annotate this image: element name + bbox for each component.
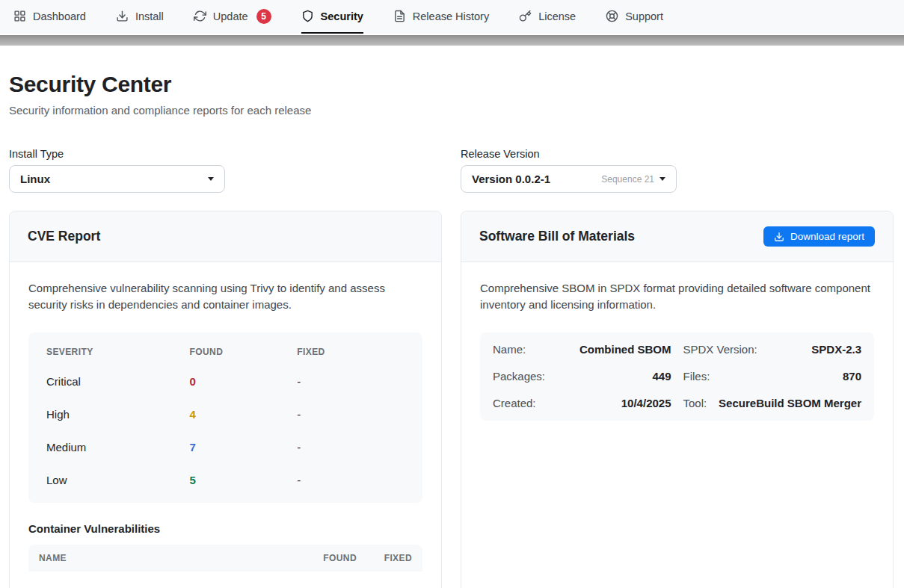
cve-description: Comprehensive vulnerability scanning usi…	[28, 280, 422, 313]
sbom-field-value: SecureBuild SBOM Merger	[719, 397, 861, 409]
cve-report-card: CVE Report Comprehensive vulnerability s…	[9, 211, 442, 588]
table-row: Medium 7 -	[28, 431, 422, 464]
col-severity: SEVERITY	[46, 347, 190, 357]
sbom-description: Comprehensive SBOM in SPDX format provid…	[480, 280, 874, 313]
fixed-count: -	[297, 375, 405, 388]
list-item: SPDX Version: SPDX-2.3	[683, 336, 862, 363]
sbom-field-value: 870	[843, 370, 861, 383]
sbom-field-label: SPDX Version:	[683, 343, 757, 356]
sbom-card: Software Bill of Materials Download repo…	[461, 211, 894, 588]
install-type-value: Linux	[20, 173, 50, 185]
release-version-select[interactable]: Version 0.0.2-1 Sequence 21	[461, 165, 677, 193]
found-count: 5	[190, 474, 298, 486]
download-report-button[interactable]: Download report	[763, 226, 875, 247]
sequence-hint: Sequence 21	[601, 174, 654, 185]
sbom-details-grid: Name: Combined SBOM SPDX Version: SPDX-2…	[480, 332, 874, 421]
cve-card-body: Comprehensive vulnerability scanning usi…	[10, 262, 441, 588]
nav-item-dashboard[interactable]: Dashboard	[13, 0, 86, 34]
sbom-field-label: Tool:	[683, 397, 707, 409]
severity-table: SEVERITY FOUND FIXED Critical 0 - High 4…	[28, 332, 422, 503]
sbom-field-label: Created:	[493, 397, 536, 409]
container-vulnerabilities-table-header: NAME FOUND FIXED	[28, 545, 422, 572]
found-count: 0	[190, 375, 298, 388]
col-fixed: FIXED	[357, 553, 412, 563]
sbom-field-label: Name:	[493, 343, 526, 356]
found-count: 7	[190, 441, 298, 454]
download-report-label: Download report	[790, 231, 864, 242]
nav-label-security: Security	[321, 10, 363, 22]
install-type-label: Install Type	[9, 148, 442, 160]
release-version-value: Version 0.0.2-1	[472, 173, 550, 185]
main-content: Security Center Security information and…	[0, 72, 904, 588]
page-subtitle: Security information and compliance repo…	[9, 104, 894, 117]
sbom-field-value: SPDX-2.3	[811, 343, 861, 356]
update-count-badge: 5	[256, 9, 271, 24]
key-icon	[519, 10, 532, 22]
refresh-icon	[194, 10, 206, 22]
table-row: Critical 0 -	[28, 365, 422, 398]
fixed-count: -	[297, 474, 405, 486]
sbom-field-label: Files:	[683, 370, 710, 383]
sbom-field-value: 449	[652, 370, 671, 383]
filters-row: Install Type Linux Release Version Versi…	[9, 148, 894, 193]
install-type-select[interactable]: Linux	[9, 165, 225, 193]
release-version-label: Release Version	[461, 148, 894, 160]
col-fixed: FIXED	[297, 347, 405, 357]
list-item: Packages: 449	[493, 363, 671, 390]
severity-table-header: SEVERITY FOUND FIXED	[28, 338, 422, 365]
col-found: FOUND	[288, 553, 357, 563]
list-item: Tool: SecureBuild SBOM Merger	[683, 390, 862, 417]
release-version-field: Release Version Version 0.0.2-1 Sequence…	[461, 148, 894, 193]
file-text-icon	[393, 10, 406, 22]
chevron-down-icon	[659, 177, 665, 181]
found-count: 4	[190, 408, 298, 421]
download-icon	[774, 232, 784, 242]
nav-item-security[interactable]: Security	[301, 0, 363, 34]
sbom-field-label: Packages:	[493, 370, 545, 383]
fixed-count: -	[297, 441, 405, 454]
cve-card-title: CVE Report	[28, 229, 100, 244]
cve-card-header: CVE Report	[10, 211, 441, 262]
severity-label: High	[46, 408, 190, 421]
container-vulnerabilities-title: Container Vulnerabilities	[28, 522, 422, 535]
nav-label-install: Install	[135, 10, 164, 22]
nav-label-update: Update	[213, 10, 248, 22]
list-item: Created: 10/4/2025	[493, 390, 671, 417]
table-row: High 4 -	[28, 398, 422, 431]
nav-item-install[interactable]: Install	[116, 0, 164, 34]
shield-icon	[301, 10, 314, 22]
chevron-down-icon	[208, 177, 214, 181]
nav-item-release-history[interactable]: Release History	[393, 0, 489, 34]
severity-label: Critical	[46, 375, 190, 388]
sbom-card-header: Software Bill of Materials Download repo…	[461, 211, 893, 262]
sbom-card-title: Software Bill of Materials	[479, 229, 635, 244]
list-item: Name: Combined SBOM	[493, 336, 671, 363]
list-item: Files: 870	[683, 363, 862, 390]
nav-label-license: License	[538, 10, 576, 22]
install-type-field: Install Type Linux	[9, 148, 442, 193]
grid-icon	[13, 10, 26, 22]
nav-item-support[interactable]: Support	[606, 0, 663, 34]
sbom-field-value: Combined SBOM	[579, 343, 671, 356]
nav-label-dashboard: Dashboard	[33, 10, 86, 22]
nav-item-update[interactable]: Update 5	[194, 0, 271, 34]
severity-label: Low	[46, 474, 190, 486]
download-icon	[116, 10, 129, 22]
sbom-card-body: Comprehensive SBOM in SPDX format provid…	[461, 262, 893, 439]
nav-label-release-history: Release History	[413, 10, 489, 22]
fixed-count: -	[297, 408, 405, 421]
table-row: Low 5 -	[28, 464, 422, 497]
nav-item-license[interactable]: License	[519, 0, 576, 34]
lifebuoy-icon	[606, 10, 618, 22]
nav-label-support: Support	[625, 10, 663, 22]
severity-label: Medium	[46, 441, 190, 454]
cards-row: CVE Report Comprehensive vulnerability s…	[9, 211, 894, 588]
col-name: NAME	[39, 553, 288, 563]
col-found: FOUND	[190, 347, 298, 357]
page-title: Security Center	[9, 72, 894, 97]
top-navigation: Dashboard Install Update 5 Security Rele…	[0, 0, 904, 34]
content-divider-band	[0, 35, 904, 46]
sbom-field-value: 10/4/2025	[621, 397, 671, 409]
